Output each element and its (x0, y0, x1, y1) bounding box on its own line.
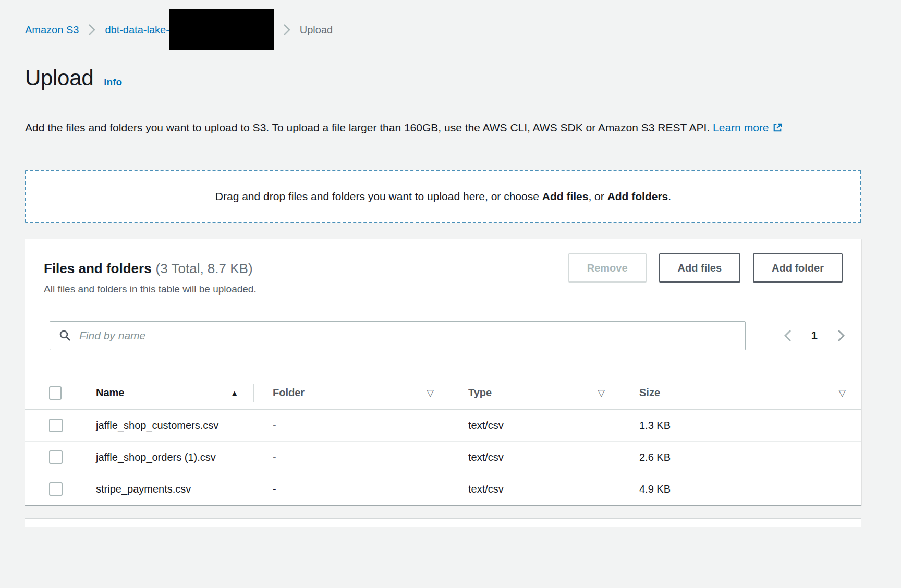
panel-count: (3 Total, 8.7 KB) (156, 261, 253, 276)
chevron-right-icon (836, 328, 846, 343)
panel-subtitle: All files and folders in this table will… (44, 284, 257, 295)
column-label-folder: Folder (273, 387, 305, 399)
row-checkbox[interactable] (49, 482, 63, 496)
file-type: text/csv (449, 442, 620, 473)
column-label-name: Name (96, 387, 124, 399)
table-header-row: Name ▲ Folder ▽ Type ▽ Size ▽ (25, 376, 861, 410)
add-folder-button[interactable]: Add folder (753, 253, 843, 283)
redacted-bucket-name (169, 9, 274, 50)
file-name: stripe_payments.csv (96, 480, 191, 498)
filter-icon[interactable]: ▽ (427, 387, 434, 399)
row-checkbox[interactable] (49, 419, 63, 432)
files-table: Name ▲ Folder ▽ Type ▽ Size ▽ jaffle_sho… (25, 376, 861, 505)
breadcrumb-amazon-s3[interactable]: Amazon S3 (25, 24, 79, 36)
select-all-checkbox[interactable] (49, 386, 62, 400)
learn-more-label: Learn more (713, 121, 769, 133)
description-text: Add the files and folders you want to up… (25, 121, 710, 133)
remove-button[interactable]: Remove (568, 253, 647, 283)
drag-drop-zone[interactable]: Drag and drop files and folders you want… (25, 170, 861, 223)
panel-title: Files and folders(3 Total, 8.7 KB) (44, 260, 257, 277)
next-page-button[interactable] (836, 328, 846, 343)
search-icon (59, 329, 71, 342)
breadcrumb: Amazon S3 dbt-data-lake- Upload (25, 9, 861, 50)
breadcrumb-bucket-link[interactable]: dbt-data-lake- (105, 24, 169, 36)
file-name: jaffle_shop_customers.csv (96, 416, 218, 435)
table-row: stripe_payments.csv - text/csv 4.9 KB (25, 473, 861, 505)
chevron-right-icon (283, 23, 290, 36)
table-row: jaffle_shop_customers.csv - text/csv 1.3… (25, 410, 861, 442)
search-box (50, 321, 746, 350)
column-label-type: Type (468, 387, 492, 399)
column-header-type[interactable]: Type ▽ (449, 376, 620, 409)
pagination: 1 (783, 328, 851, 343)
file-folder: - (254, 410, 449, 441)
select-all-cell (25, 376, 77, 409)
file-folder: - (254, 473, 449, 505)
dropzone-text: Drag and drop files and folders you want… (215, 190, 671, 203)
file-size: 2.6 KB (620, 442, 861, 473)
chevron-right-icon (88, 23, 95, 36)
page-title: Upload (25, 66, 93, 91)
add-files-button[interactable]: Add files (659, 253, 740, 283)
breadcrumb-current: Upload (300, 24, 333, 36)
filter-icon[interactable]: ▽ (598, 387, 605, 399)
file-type: text/csv (449, 410, 620, 441)
table-row: jaffle_shop_orders (1).csv - text/csv 2.… (25, 442, 861, 473)
page-number[interactable]: 1 (811, 329, 818, 342)
sort-ascending-icon[interactable]: ▲ (230, 388, 238, 397)
row-checkbox[interactable] (49, 450, 63, 464)
column-header-name[interactable]: Name ▲ (77, 376, 254, 409)
external-link-icon (772, 123, 783, 133)
file-type: text/csv (449, 473, 620, 505)
learn-more-link[interactable]: Learn more (713, 121, 783, 133)
upload-page: Amazon S3 dbt-data-lake- Upload Upload I… (0, 9, 901, 527)
next-section-edge (25, 519, 861, 527)
info-link[interactable]: Info (104, 77, 122, 88)
filter-icon[interactable]: ▽ (838, 387, 846, 399)
chevron-left-icon (783, 328, 793, 343)
file-folder: - (254, 442, 449, 473)
file-size: 4.9 KB (620, 473, 861, 505)
column-header-size[interactable]: Size ▽ (620, 376, 861, 409)
search-input[interactable] (79, 329, 736, 342)
file-size: 1.3 KB (620, 410, 861, 441)
column-header-folder[interactable]: Folder ▽ (254, 376, 449, 409)
files-panel: Files and folders(3 Total, 8.7 KB) All f… (25, 239, 861, 505)
table-body: jaffle_shop_customers.csv - text/csv 1.3… (25, 410, 861, 505)
file-name: jaffle_shop_orders (1).csv (96, 448, 216, 467)
column-label-size: Size (639, 387, 660, 399)
previous-page-button[interactable] (783, 328, 793, 343)
page-description: Add the files and folders you want to up… (25, 118, 786, 137)
